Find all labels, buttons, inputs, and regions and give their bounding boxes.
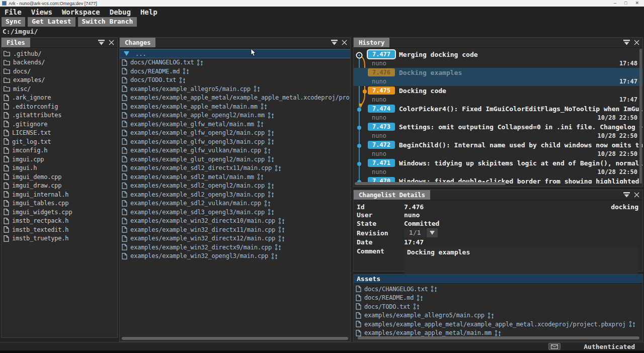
- filter-icon[interactable]: [331, 40, 338, 45]
- changed-file-row[interactable]: examples/example_sdl2_opengl2/main.cpp: [120, 182, 350, 191]
- close-icon[interactable]: [634, 40, 639, 45]
- file-tree-item[interactable]: .ark_ignore: [2, 94, 117, 103]
- file-icon: [122, 147, 127, 154]
- maximize-icon[interactable]: □: [624, 1, 627, 6]
- file-tree-item[interactable]: .gitignore: [2, 120, 117, 129]
- changed-file-row[interactable]: examples/example_glfw_metal/main.mm: [120, 120, 350, 129]
- asset-row[interactable]: examples/example_apple_metal/example_app…: [354, 320, 642, 329]
- field-label-date: Date: [357, 238, 404, 246]
- horizontal-scrollbar[interactable]: [122, 337, 348, 340]
- changed-file-row[interactable]: examples/example_glfw_opengl2/main.cpp: [120, 129, 350, 138]
- minimize-icon[interactable]: –: [614, 1, 616, 6]
- history-entry[interactable]: 7.477 Merging docking code nuno 17:48: [354, 50, 642, 68]
- changed-file-row[interactable]: examples/example_sdl2_vulkan/main.cpp: [120, 199, 350, 208]
- menu-item[interactable]: Views: [31, 8, 52, 16]
- file-tree-item[interactable]: LICENSE.txt: [2, 129, 117, 138]
- changes-group-row[interactable]: ...: [120, 49, 350, 58]
- file-tree-item[interactable]: docs/: [2, 67, 117, 76]
- file-tree-item[interactable]: git_log.txt: [2, 137, 117, 146]
- asset-row[interactable]: docs/README.md: [354, 294, 642, 303]
- expand-triangle-icon[interactable]: [124, 51, 129, 56]
- toolbar-button[interactable]: Switch Branch: [78, 17, 137, 27]
- history-entry[interactable]: 7.473 Settings: omit outputing Collapsed…: [354, 122, 642, 140]
- changed-file-row[interactable]: examples/example_apple_metal/main.mm: [120, 102, 350, 111]
- commit-author: nuno: [372, 132, 386, 139]
- history-entry[interactable]: 7.475 Docking code nuno 17:47: [354, 86, 642, 104]
- close-icon[interactable]: [342, 40, 347, 45]
- changed-file-row[interactable]: examples/example_win32_directx11/main.cp…: [120, 225, 350, 234]
- changed-file-row[interactable]: examples/example_win32_opengl3/main.cpp: [120, 252, 350, 261]
- tab-history[interactable]: History: [354, 38, 389, 47]
- file-tree-item[interactable]: imgui_internal.h: [2, 190, 117, 199]
- tab-changes[interactable]: Changes: [120, 38, 155, 47]
- changed-file-row[interactable]: examples/example_glut_opengl2/main.cpp: [120, 155, 350, 164]
- changed-file-path: examples/example_glfw_opengl3/main.cpp: [130, 138, 265, 145]
- filter-icon[interactable]: [98, 40, 105, 45]
- window-close-icon[interactable]: ✕: [635, 1, 639, 6]
- file-tree-item[interactable]: imgui_tables.cpp: [2, 199, 117, 208]
- menu-item[interactable]: Debug: [110, 8, 131, 16]
- branch-icon: [278, 226, 285, 233]
- changed-file-row[interactable]: examples/example_apple_opengl2/main.mm: [120, 111, 350, 120]
- close-icon[interactable]: [109, 40, 114, 45]
- changed-file-row[interactable]: examples/example_glfw_vulkan/main.cpp: [120, 146, 350, 155]
- commit-time: 10/28 22:50: [598, 150, 642, 157]
- tab-changelist-details[interactable]: Changelist Details: [354, 190, 430, 200]
- asset-row[interactable]: docs/CHANGELOG.txt: [354, 285, 642, 294]
- file-tree-item[interactable]: .gitattributes: [2, 111, 117, 120]
- filter-icon[interactable]: [623, 40, 630, 45]
- horizontal-scrollbar[interactable]: [358, 336, 639, 339]
- changed-file-row[interactable]: examples/example_win32_directx12/main.cp…: [120, 234, 350, 243]
- tab-files[interactable]: Files: [2, 38, 30, 47]
- file-tree-item[interactable]: imstb_truetype.h: [2, 234, 117, 243]
- toolbar-button[interactable]: Sync: [2, 17, 25, 27]
- asset-row[interactable]: examples/example_allegro5/main.cpp: [354, 311, 642, 320]
- changed-file-row[interactable]: examples/example_allegro5/main.cpp: [120, 84, 350, 94]
- changed-file-row[interactable]: examples/example_apple_metal/example_app…: [120, 94, 350, 103]
- changed-file-row[interactable]: examples/example_sdl2_metal/main.mm: [120, 172, 350, 182]
- asset-row[interactable]: examples/example_apple_metal/main.mm: [354, 329, 642, 337]
- history-entry[interactable]: 7.472 BeginChild(): Internal name used b…: [354, 140, 642, 158]
- close-icon[interactable]: [634, 192, 639, 198]
- history-entry[interactable]: 7.474 ColorPicker4(): Fixed ImGuiColorEd…: [354, 104, 642, 122]
- changed-file-row[interactable]: examples/example_win32_directx10/main.cp…: [120, 217, 350, 226]
- menu-item[interactable]: Workspace: [62, 8, 100, 16]
- file-tree-item[interactable]: imstb_textedit.h: [2, 225, 117, 234]
- changed-file-row[interactable]: docs/README.md: [120, 67, 350, 76]
- changed-file-row[interactable]: docs/CHANGELOG.txt: [120, 58, 350, 67]
- filter-icon[interactable]: [623, 192, 630, 198]
- field-value-id: 7.476: [404, 203, 424, 211]
- file-tree-item[interactable]: examples/: [2, 76, 117, 85]
- changed-file-row[interactable]: examples/example_sdl2_opengl3/main.cpp: [120, 190, 350, 199]
- changed-file-row[interactable]: docs/TODO.txt: [120, 76, 350, 85]
- changed-file-path: examples/example_apple_opengl2/main.mm: [130, 112, 265, 119]
- revision-select[interactable]: 1/1: [404, 228, 426, 237]
- file-tree-item[interactable]: imstb_rectpack.h: [2, 217, 117, 226]
- menu-item[interactable]: File: [5, 8, 22, 16]
- comment-textarea[interactable]: Docking examples: [404, 247, 638, 276]
- file-tree: .github/ backends/: [2, 48, 117, 337]
- file-tree-item[interactable]: imgui_demo.cpp: [2, 172, 117, 182]
- file-tree-item[interactable]: imgui_widgets.cpp: [2, 208, 117, 217]
- changed-file-row[interactable]: examples/example_win32_directx9/main.cpp: [120, 243, 350, 252]
- toolbar-button[interactable]: Get Latest: [28, 17, 75, 27]
- history-entry[interactable]: 7.476 Docking examples nuno 17:47: [354, 68, 642, 86]
- file-tree-item[interactable]: .github/: [2, 49, 117, 58]
- mail-icon[interactable]: [548, 343, 560, 350]
- asset-row[interactable]: docs/TODO.txt: [354, 302, 642, 311]
- vertical-scrollbar[interactable]: [639, 49, 642, 184]
- changed-file-row[interactable]: examples/example_sdl2_directx11/main.cpp: [120, 164, 350, 173]
- file-tree-item[interactable]: backends/: [2, 58, 117, 67]
- file-tree-item[interactable]: imgui_draw.cpp: [2, 182, 117, 191]
- file-tree-item[interactable]: misc/: [2, 84, 117, 94]
- file-tree-item[interactable]: imgui.cpp: [2, 155, 117, 164]
- file-tree-item[interactable]: .editorconfig: [2, 102, 117, 111]
- file-tree-item[interactable]: imconfig.h: [2, 146, 117, 155]
- changed-file-row[interactable]: examples/example_sdl3_opengl3/main.cpp: [120, 208, 350, 217]
- changed-file-row[interactable]: examples/example_glfw_opengl3/main.cpp: [120, 137, 350, 146]
- history-entry[interactable]: 7.471 Windows: tidying up skipitems logi…: [354, 158, 642, 176]
- menu-item[interactable]: Help: [140, 8, 157, 16]
- horizontal-scrollbar[interactable]: [355, 182, 506, 185]
- dropdown-arrow-icon[interactable]: [427, 228, 438, 237]
- file-tree-item[interactable]: imgui.h: [2, 164, 117, 173]
